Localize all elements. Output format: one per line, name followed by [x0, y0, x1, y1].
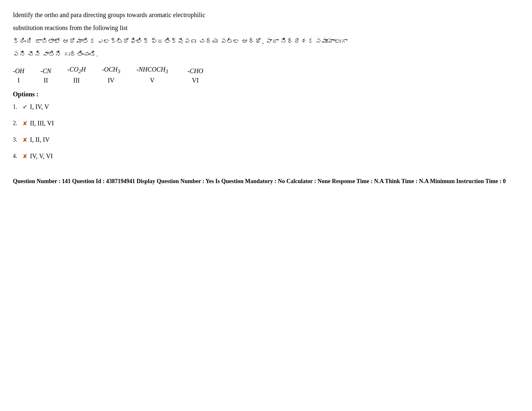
- option-1-number: 1.: [13, 103, 21, 110]
- compound-1-formula: -OH: [13, 67, 24, 75]
- compound-5: -NHCOCH3 V: [136, 66, 168, 84]
- option-3-number: 3.: [13, 136, 21, 143]
- option-2-number: 2.: [13, 120, 21, 127]
- english-line2-text: substitution reactions from the followin…: [13, 24, 128, 31]
- compound-2: -CN II: [41, 67, 51, 84]
- meta-info: Question Number : 141 Question Id : 4387…: [13, 176, 519, 186]
- compound-3-numeral: III: [73, 77, 80, 84]
- option-1-text: I, IV, V: [30, 103, 49, 111]
- cross-icon-4: ✘: [23, 153, 27, 160]
- compound-2-formula: -CN: [41, 67, 51, 75]
- telugu-line1: క్రింది జాబితాలో ఆరోమాటిక ఎలక్ట్రోఫిలిక్…: [13, 35, 519, 47]
- question-english-line1: Identify the ortho and para directing gr…: [13, 10, 519, 20]
- compound-1-numeral: I: [17, 77, 20, 84]
- compound-4: -OCH3 IV: [102, 66, 120, 84]
- option-row-4: 4. ✘ IV, V, VI: [13, 152, 519, 160]
- option-4-number: 4.: [13, 153, 21, 160]
- option-row-3: 3. ✘ I, II, IV: [13, 136, 519, 143]
- compound-2-numeral: II: [44, 77, 48, 84]
- option-3-text: I, II, IV: [30, 136, 50, 143]
- options-label: Options :: [13, 91, 519, 98]
- cross-icon-2: ✘: [23, 120, 27, 127]
- cross-icon-3: ✘: [23, 136, 27, 143]
- compound-5-formula: -NHCOCH3: [136, 66, 168, 75]
- english-line1-text: Identify the ortho and para directing gr…: [13, 11, 205, 18]
- question-english-line2: substitution reactions from the followin…: [13, 23, 519, 33]
- compound-3-formula: -CO2H: [67, 66, 86, 75]
- compound-4-formula: -OCH3: [102, 66, 120, 75]
- compound-5-numeral: V: [150, 77, 154, 84]
- option-row-1: 1. ✔ I, IV, V: [13, 103, 519, 111]
- compounds-table: -OH I -CN II -CO2H III -OCH3 IV -NHCOCH3…: [13, 66, 519, 84]
- compound-6-numeral: VI: [192, 77, 199, 84]
- options-section: Options : 1. ✔ I, IV, V 2. ✘ II, III, VI…: [13, 91, 519, 160]
- option-row-2: 2. ✘ II, III, VI: [13, 120, 519, 127]
- compound-3: -CO2H III: [67, 66, 86, 84]
- telugu-line2-text: పని చేసి వాటిని గుర్తించండి.: [13, 51, 98, 58]
- option-2-text: II, III, VI: [30, 120, 54, 127]
- option-4-text: IV, V, VI: [30, 152, 53, 160]
- telugu-line1-text: క్రింది జాబితాలో ఆరోమాటిక ఎలక్ట్రోఫిలిక్…: [13, 38, 347, 45]
- check-icon-1: ✔: [23, 103, 27, 111]
- telugu-line2: పని చేసి వాటిని గుర్తించండి.: [13, 48, 519, 60]
- compound-1: -OH I: [13, 67, 24, 84]
- compound-4-numeral: IV: [108, 77, 114, 84]
- compound-6: -CHO VI: [188, 67, 203, 84]
- compound-6-formula: -CHO: [188, 67, 203, 75]
